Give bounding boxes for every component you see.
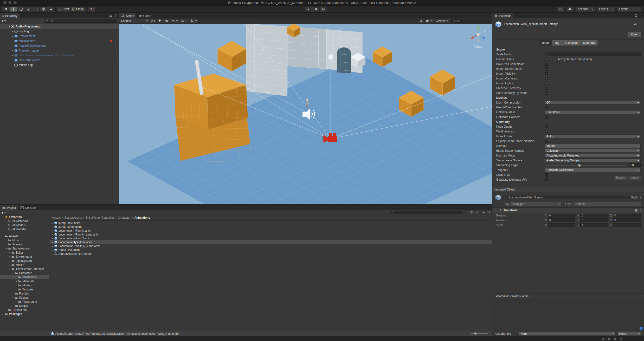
file-item-locomotion-run-n-land-anim[interactable]: ▸Locomotion--Run_N_Land.anim: [50, 233, 492, 236]
layer-dropdown[interactable]: Default: [574, 202, 642, 206]
scale-z-field[interactable]: 1: [613, 223, 641, 227]
sort-hierarchy-by-name-checkbox[interactable]: ✓: [545, 92, 548, 95]
scene-tools-button[interactable]: [418, 19, 424, 23]
kebab-menu-icon[interactable]: ⋮: [114, 25, 116, 28]
file-item-stand-idle-anim[interactable]: ▸Stand--Idle.anim: [50, 248, 492, 252]
scene-lighting-toggle[interactable]: [157, 19, 163, 23]
tree-item-packages[interactable]: ▸Packages: [0, 312, 49, 316]
gizmos-dropdown[interactable]: Gizmos: [434, 19, 450, 23]
scene-search-input[interactable]: All: [451, 19, 490, 23]
chevron-right-icon[interactable]: ›: [116, 44, 116, 48]
tab-console[interactable]: Console: [18, 205, 38, 210]
pause-button[interactable]: [312, 7, 319, 12]
hierarchy-item-ui-eventsystem[interactable]: UI_EventSystem›: [0, 58, 119, 63]
rotation-z-field[interactable]: 0: [613, 218, 641, 222]
assetbundle-dropdown[interactable]: None: [519, 332, 616, 336]
tree-item-environment[interactable]: ▸Environment: [0, 254, 49, 259]
preview-header[interactable]: Locomotion--Walk_N.anim ⋮: [492, 293, 644, 299]
hierarchy-item-musicloop[interactable]: MusicLoop: [0, 63, 119, 68]
bell-off-icon[interactable]: [602, 337, 605, 340]
static-checkbox[interactable]: [626, 196, 630, 199]
chevron-right-icon[interactable]: ›: [116, 39, 116, 43]
breadcrumb-item-animations[interactable]: Animations: [134, 216, 150, 219]
chevron-right-icon[interactable]: ›: [116, 35, 116, 38]
tab-project[interactable]: Project: [0, 205, 18, 210]
tree-item-textures[interactable]: Textures: [0, 287, 49, 291]
breadcrumb-item-assets[interactable]: Assets: [52, 216, 61, 219]
scale-y-field[interactable]: 1: [580, 223, 608, 227]
window-controls[interactable]: [3, 1, 16, 4]
file-item-jump-jump-anim[interactable]: ▸Jump--Jump.anim: [50, 225, 492, 229]
normals-dropdown[interactable]: Import: [545, 144, 641, 148]
search-by-type-icon[interactable]: [470, 211, 474, 214]
project-search-input[interactable]: [390, 211, 463, 214]
tree-item-materials[interactable]: ▸Materials: [0, 279, 49, 283]
tree-item-assets[interactable]: ▾Assets: [0, 234, 49, 238]
tree-item-inputsystem[interactable]: InputSystem: [0, 259, 49, 263]
drag-handle[interactable]: [531, 296, 636, 297]
search-by-label-icon[interactable]: [476, 211, 480, 214]
revert-button[interactable]: Revert: [614, 175, 627, 180]
rotate-tool-button[interactable]: [17, 7, 24, 12]
close-window-button[interactable]: [3, 1, 6, 4]
2d-toggle-button[interactable]: 2D: [150, 19, 156, 23]
scene-effects-toggle[interactable]: [170, 19, 179, 23]
tree-item-models[interactable]: Models: [0, 283, 49, 287]
tree-item-favorites[interactable]: ▾Favorites: [0, 215, 49, 219]
rect-tool-button[interactable]: [32, 7, 40, 12]
custom-tool-button[interactable]: [47, 7, 54, 12]
optimize-mesh-dropdown[interactable]: Everything: [545, 110, 641, 114]
import-visibility-checkbox[interactable]: ✓: [545, 72, 548, 75]
file-item-jump-inair-anim[interactable]: ▸Jump--InAir.anim: [50, 221, 492, 225]
unity-search-button[interactable]: [557, 7, 564, 12]
hierarchy-item-lighting[interactable]: ▸Lighting: [0, 29, 119, 34]
scene-grid-toggle[interactable]: [189, 19, 198, 23]
hierarchy-item-ui-canvas-starterassetsinputs-joysticks[interactable]: ▸UI_Canvas_StarterAssetsInputs_Joysticks…: [0, 53, 119, 58]
tree-item-all-materials[interactable]: All Materials: [0, 219, 49, 223]
tab-model[interactable]: Model: [539, 40, 552, 46]
cloud-button[interactable]: [566, 7, 574, 12]
layers-dropdown[interactable]: Layers: [597, 7, 615, 12]
chevron-right-icon[interactable]: ›: [116, 54, 116, 57]
kebab-menu-icon[interactable]: ⋮: [639, 209, 642, 212]
tangents-dropdown[interactable]: Calculate Mikktspace: [545, 168, 641, 172]
rotation-y-field[interactable]: 0: [580, 218, 608, 222]
play-button[interactable]: [305, 7, 312, 12]
move-tool-button[interactable]: [10, 7, 17, 12]
tree-item-scripts[interactable]: Scripts: [0, 304, 49, 308]
check-circle-icon[interactable]: [620, 337, 623, 340]
tree-item-animations[interactable]: Animations: [0, 275, 49, 279]
hierarchy-item-playerarmature[interactable]: ▸PlayerArmature›: [0, 48, 119, 53]
hidden-packages-icon[interactable]: [482, 211, 485, 214]
hand-tool-button[interactable]: [2, 7, 10, 12]
perspective-label[interactable]: Persp: [474, 45, 482, 48]
bake-axis-conversion-checkbox[interactable]: [545, 63, 548, 66]
smoothness-source-dropdown[interactable]: Prefer Smoothing Groups: [545, 158, 641, 162]
tab-game[interactable]: Game: [136, 13, 153, 18]
import-cameras-checkbox[interactable]: ✓: [545, 77, 548, 80]
step-button[interactable]: [320, 7, 327, 12]
breadcrumb-item-starterassets[interactable]: StarterAssets: [64, 216, 82, 219]
layout-dropdown[interactable]: Layout: [617, 7, 641, 12]
scene-camera-dropdown[interactable]: [425, 19, 434, 23]
scale-tool-button[interactable]: [25, 7, 32, 12]
weld-vertices-checkbox[interactable]: ✓: [545, 130, 548, 133]
convert-units-checkbox[interactable]: ✓: [545, 58, 548, 61]
position-x-field[interactable]: 0: [548, 214, 576, 217]
lock-icon[interactable]: [634, 14, 638, 17]
scale-x-field[interactable]: 1: [548, 223, 576, 227]
tab-rig[interactable]: Rig: [552, 40, 562, 46]
normals-mode-dropdown[interactable]: Area And Angle Weighted: [545, 154, 641, 158]
minimize-window-button[interactable]: [8, 1, 12, 4]
file-item-locomotion-run-n-anim[interactable]: ▸Locomotion--Run_N.anim: [50, 229, 492, 233]
file-item-locomotion-walk-n-anim[interactable]: ▸Locomotion--Walk_N.anim: [50, 240, 492, 244]
foldout-open-icon[interactable]: ▾: [8, 25, 11, 28]
generate-lightmap-uvs-checkbox[interactable]: [545, 178, 548, 181]
draw-mode-dropdown[interactable]: Shaded: [120, 19, 149, 23]
pivot-toggle-button[interactable]: Pivot: [57, 7, 70, 12]
notification-badge[interactable]: [640, 326, 643, 330]
maximize-window-button[interactable]: [14, 1, 16, 4]
tree-item-scenes[interactable]: ▾Scenes: [0, 295, 49, 299]
scale-factor-field[interactable]: 1: [545, 53, 641, 56]
object-enabled-checkbox[interactable]: ✓: [503, 196, 506, 199]
